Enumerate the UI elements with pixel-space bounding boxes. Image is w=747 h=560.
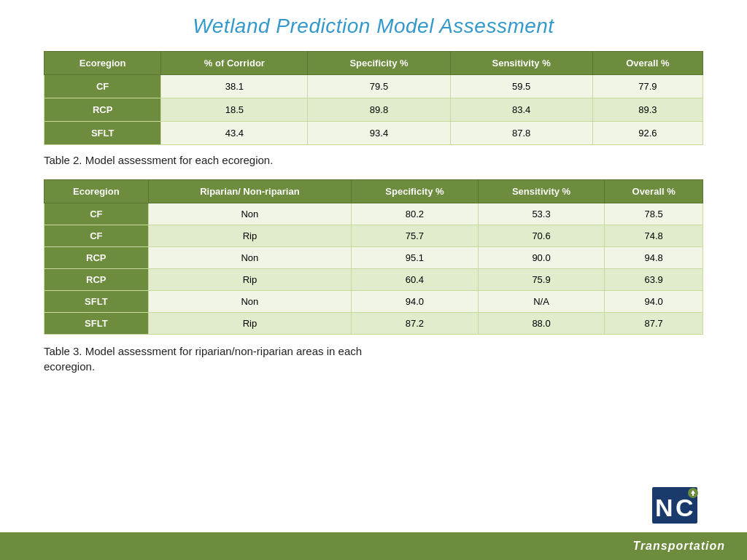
table-cell: Rip	[148, 269, 352, 291]
table-cell: 93.4	[308, 122, 450, 145]
table-row: SFLTNon94.0N/A94.0	[44, 291, 703, 313]
table-cell: Non	[148, 291, 352, 313]
table-cell: 90.0	[478, 247, 605, 269]
table-cell: 87.2	[352, 313, 479, 335]
table-cell: 59.5	[450, 75, 592, 98]
table-row: CF38.179.559.577.9	[44, 75, 703, 98]
table-cell: 70.6	[478, 225, 605, 247]
table-cell: 95.1	[352, 247, 479, 269]
table-cell: 87.7	[605, 313, 703, 335]
table-row: SFLT43.493.487.892.6	[44, 122, 703, 145]
table-cell: 89.3	[592, 98, 703, 122]
table2-header-overall: Overall %	[605, 180, 703, 203]
table2-header-specificity: Specificity %	[352, 180, 479, 203]
table1-header-corridor: % of Corridor	[161, 52, 308, 75]
table-cell: 77.9	[592, 75, 703, 98]
table2: Ecoregion Riparian/ Non-riparian Specifi…	[44, 179, 703, 335]
svg-text:C: C	[676, 494, 694, 521]
table1-header-overall: Overall %	[592, 52, 703, 75]
table-cell: RCP	[44, 269, 149, 291]
table-cell: 94.8	[605, 247, 703, 269]
table-cell: SFLT	[44, 291, 149, 313]
table-cell: CF	[44, 225, 149, 247]
slide: Wetland Prediction Model Assessment Ecor…	[0, 0, 747, 560]
table-cell: 63.9	[605, 269, 703, 291]
table-cell: 94.0	[352, 291, 479, 313]
table1-header-specificity: Specificity %	[308, 52, 450, 75]
table-cell: 80.2	[352, 203, 479, 225]
table-row: SFLTRip87.288.087.7	[44, 313, 703, 335]
table-row: RCP18.589.883.489.3	[44, 98, 703, 122]
table-cell: 74.8	[605, 225, 703, 247]
table2-caption: Table 3. Model assessment for riparian/n…	[44, 343, 703, 374]
table-cell: 92.6	[592, 122, 703, 145]
table-cell: 87.8	[450, 122, 592, 145]
table-cell: 38.1	[161, 75, 308, 98]
table-cell: 83.4	[450, 98, 592, 122]
table-cell: SFLT	[44, 122, 161, 145]
bottom-bar: Transportation	[0, 532, 747, 560]
table-cell: 18.5	[161, 98, 308, 122]
table-cell: 43.4	[161, 122, 308, 145]
table-cell: 79.5	[308, 75, 450, 98]
table2-header-riparian: Riparian/ Non-riparian	[148, 180, 352, 203]
table-cell: Rip	[148, 225, 352, 247]
page-title: Wetland Prediction Model Assessment	[44, 15, 703, 38]
table1: Ecoregion % of Corridor Specificity % Se…	[44, 51, 703, 145]
table-row: CFRip75.770.674.8	[44, 225, 703, 247]
table1-header-ecoregion: Ecoregion	[44, 52, 161, 75]
table-cell: CF	[44, 75, 161, 98]
table-row: CFNon80.253.378.5	[44, 203, 703, 225]
svg-text:N: N	[655, 494, 673, 521]
table-cell: CF	[44, 203, 149, 225]
table-cell: 89.8	[308, 98, 450, 122]
table2-header-ecoregion: Ecoregion	[44, 180, 149, 203]
table-cell: 78.5	[605, 203, 703, 225]
table2-header-sensitivity: Sensitivity %	[478, 180, 605, 203]
table-cell: N/A	[478, 291, 605, 313]
table-cell: Rip	[148, 313, 352, 335]
bottom-bar-label: Transportation	[632, 540, 725, 553]
table-row: RCPRip60.475.963.9	[44, 269, 703, 291]
table-cell: SFLT	[44, 313, 149, 335]
table-cell: 53.3	[478, 203, 605, 225]
table1-caption: Table 2. Model assessment for each ecore…	[44, 154, 703, 166]
table-row: RCPNon95.190.094.8	[44, 247, 703, 269]
table-cell: RCP	[44, 98, 161, 122]
table-cell: 75.9	[478, 269, 605, 291]
table-cell: RCP	[44, 247, 149, 269]
table-cell: Non	[148, 203, 352, 225]
table-cell: 88.0	[478, 313, 605, 335]
table-cell: Non	[148, 247, 352, 269]
table-cell: 75.7	[352, 225, 479, 247]
table-cell: 60.4	[352, 269, 479, 291]
table1-header-sensitivity: Sensitivity %	[450, 52, 592, 75]
nc-logo-svg: N C	[652, 487, 703, 527]
nc-logo: N C	[652, 487, 703, 527]
table-cell: 94.0	[605, 291, 703, 313]
